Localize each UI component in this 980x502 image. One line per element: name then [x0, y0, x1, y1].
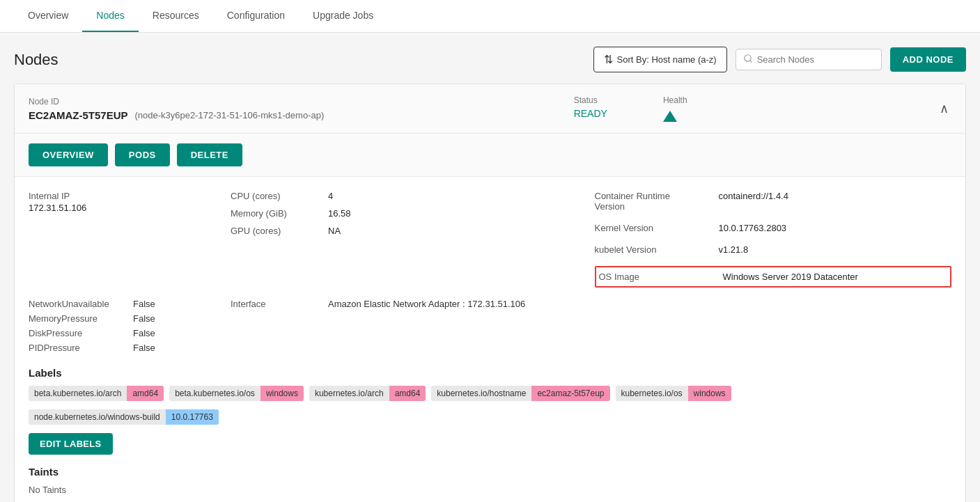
condition-row-0: NetworkUnavailable False: [29, 299, 224, 309]
nav-tab-overview[interactable]: Overview: [14, 0, 82, 32]
cpu-label: CPU (cores): [231, 191, 314, 201]
node-header: Node ID EC2AMAZ-5T57EUP (node-k3y6pe2-17…: [15, 84, 965, 134]
health-label: Health: [663, 95, 687, 105]
label-0: beta.kubernetes.io/arch amd64: [29, 386, 164, 401]
status-label: Status: [574, 95, 607, 105]
condition-val-2: False: [133, 328, 155, 338]
kernel-row: Kernel Version 10.0.17763.2803: [595, 223, 952, 233]
kernel-value: 10.0.17763.2803: [719, 223, 787, 233]
labels-container-row2: node.kubernetes.io/windows-build 10.0.17…: [29, 409, 951, 425]
container-runtime-row: Container RuntimeVersion containerd://1.…: [595, 191, 952, 212]
condition-val-3: False: [133, 343, 155, 353]
condition-val-1: False: [133, 313, 155, 324]
ip-section: Internal IP 172.31.51.106: [29, 191, 224, 288]
label-key-1: beta.kubernetes.io/os: [169, 386, 260, 401]
label-val-0: amd64: [127, 386, 164, 401]
label-val-1: windows: [260, 386, 304, 401]
sort-icon: ⇅: [604, 53, 613, 66]
label-2: kubernetes.io/arch amd64: [309, 386, 426, 401]
interface-value: Amazon Elastic Network Adapter : 172.31.…: [328, 299, 525, 309]
sort-label: Sort By: Host name (a-z): [617, 54, 717, 65]
node-id-label: Node ID: [29, 97, 324, 107]
edit-labels-button[interactable]: EDIT LABELS: [29, 433, 113, 455]
kubelet-value: v1.21.8: [719, 244, 749, 255]
conditions-section: NetworkUnavailable False MemoryPressure …: [29, 299, 224, 353]
node-id: EC2AMAZ-5T57EUP: [29, 109, 128, 121]
container-runtime-label: Container RuntimeVersion: [595, 191, 713, 212]
node-actions: OVERVIEW PODS DELETE: [15, 134, 965, 177]
label-1: beta.kubernetes.io/os windows: [169, 386, 304, 401]
label-val-3: ec2amaz-5t57eup: [531, 386, 609, 401]
label-val-5: 10.0.17763: [166, 409, 219, 425]
interface-label: Interface: [231, 299, 314, 309]
os-image-label: OS Image: [599, 269, 717, 285]
header-controls: ⇅ Sort By: Host name (a-z) ADD NODE: [593, 47, 966, 72]
overview-button[interactable]: OVERVIEW: [29, 143, 108, 166]
condition-row-1: MemoryPressure False: [29, 313, 224, 324]
condition-key-3: PIDPressure: [29, 343, 126, 353]
compute-section: CPU (cores) 4 Memory (GiB) 16.58 GPU (co…: [231, 191, 588, 288]
pods-button[interactable]: PODS: [115, 143, 170, 166]
label-5: node.kubernetes.io/windows-build 10.0.17…: [29, 409, 219, 425]
health-icon: [663, 111, 677, 122]
node-id-value: EC2AMAZ-5T57EUP (node-k3y6pe2-172-31-51-…: [29, 109, 324, 121]
internal-ip-label: Internal IP: [29, 191, 224, 201]
label-val-2: amd64: [389, 386, 426, 401]
svg-line-1: [749, 61, 752, 63]
gpu-value: NA: [328, 226, 341, 236]
top-nav: Overview Nodes Resources Configuration U…: [0, 0, 980, 33]
condition-row-3: PIDPressure False: [29, 343, 224, 353]
nav-tab-upgrade-jobs[interactable]: Upgrade Jobs: [299, 0, 387, 32]
label-key-2: kubernetes.io/arch: [309, 386, 389, 401]
svg-point-0: [744, 55, 750, 61]
collapse-button[interactable]: ∧: [937, 98, 951, 119]
status-group: Status READY: [574, 95, 607, 119]
node-hostname: (node-k3y6pe2-172-31-51-106-mks1-demo-ap…: [135, 110, 325, 120]
no-taints-text: No Taints: [29, 485, 951, 495]
label-key-5: node.kubernetes.io/windows-build: [29, 409, 166, 425]
main-content: Nodes ⇅ Sort By: Host name (a-z) ADD NOD…: [0, 33, 980, 502]
os-image-row: OS Image Windows Server 2019 Datacenter: [595, 266, 952, 288]
sort-button[interactable]: ⇅ Sort By: Host name (a-z): [593, 47, 727, 72]
interface-section: Interface Amazon Elastic Network Adapter…: [231, 299, 588, 353]
nav-tab-nodes[interactable]: Nodes: [82, 0, 138, 32]
label-val-4: windows: [688, 386, 731, 401]
page-title: Nodes: [14, 51, 59, 69]
search-input[interactable]: [757, 54, 874, 65]
nav-tab-resources[interactable]: Resources: [139, 0, 213, 32]
labels-container: beta.kubernetes.io/arch amd64 beta.kuber…: [29, 386, 951, 401]
search-icon: [743, 54, 753, 65]
label-key-4: kubernetes.io/os: [616, 386, 688, 401]
memory-label: Memory (GiB): [231, 208, 314, 219]
health-group: Health: [663, 95, 687, 122]
gpu-label: GPU (cores): [231, 226, 314, 236]
delete-button[interactable]: DELETE: [177, 143, 242, 166]
container-runtime-value: containerd://1.4.4: [719, 191, 788, 212]
label-key-0: beta.kubernetes.io/arch: [29, 386, 127, 401]
condition-val-0: False: [133, 299, 155, 309]
taints-section: Taints No Taints ADD TAINTS: [29, 466, 951, 502]
runtime-section: Container RuntimeVersion containerd://1.…: [595, 191, 952, 288]
condition-row-2: DiskPressure False: [29, 328, 224, 338]
condition-key-2: DiskPressure: [29, 328, 126, 338]
label-key-3: kubernetes.io/hostname: [431, 386, 531, 401]
label-4: kubernetes.io/os windows: [616, 386, 731, 401]
nav-tab-configuration[interactable]: Configuration: [213, 0, 299, 32]
search-box: [736, 49, 882, 70]
condition-key-1: MemoryPressure: [29, 313, 126, 324]
status-value: READY: [574, 108, 607, 119]
add-node-button[interactable]: ADD NODE: [890, 47, 966, 72]
labels-title: Labels: [29, 367, 951, 379]
node-header-meta: Status READY Health: [574, 95, 687, 122]
kubelet-row: kubelet Version v1.21.8: [595, 244, 952, 255]
condition-key-0: NetworkUnavailable: [29, 299, 126, 309]
labels-section: Labels beta.kubernetes.io/arch amd64 bet…: [29, 367, 951, 455]
empty-col: [595, 299, 952, 353]
memory-value: 16.58: [328, 208, 351, 219]
node-header-left: Node ID EC2AMAZ-5T57EUP (node-k3y6pe2-17…: [29, 97, 324, 121]
kubelet-label: kubelet Version: [595, 244, 713, 255]
label-3: kubernetes.io/hostname ec2amaz-5t57eup: [431, 386, 609, 401]
internal-ip-value: 172.31.51.106: [29, 203, 224, 213]
cpu-value: 4: [328, 191, 333, 201]
kernel-label: Kernel Version: [595, 223, 713, 233]
